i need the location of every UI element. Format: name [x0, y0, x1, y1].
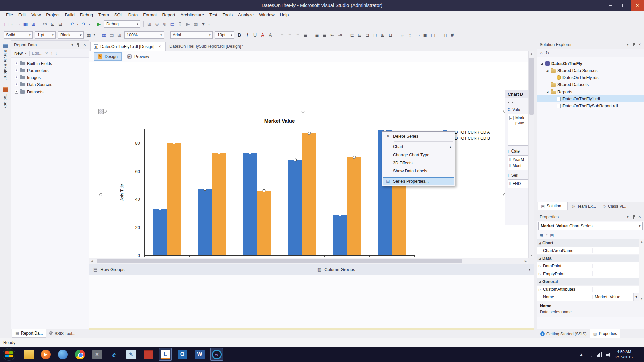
datapoint-handle[interactable] — [173, 141, 176, 144]
new-query-icon[interactable]: ⊞ — [146, 20, 153, 28]
taskbar-item-visual-studio[interactable]: ∞ — [210, 348, 223, 361]
align-tops-icon[interactable]: ⊓ — [371, 31, 379, 39]
server-explorer-tab[interactable]: Server Explorer — [0, 40, 11, 84]
title-bar[interactable]: DatesOnTheFly - Microsoft Visual Studio … — [0, 0, 644, 11]
panel-close-button[interactable]: ✕ — [637, 42, 643, 48]
grid-icon[interactable]: ▤ — [108, 31, 115, 39]
scroll-down-icon[interactable]: ▼ — [529, 253, 534, 258]
report-data-item-built-in-fields[interactable]: +Built-in Fields — [11, 60, 89, 67]
menu-item-help[interactable]: Help — [277, 11, 292, 19]
dock-tab-class-vi[interactable]: ◇Class Vi... — [599, 202, 629, 210]
menu-item-series-properties[interactable]: ▤Series Properties... — [383, 177, 454, 185]
new-dropdown-icon[interactable]: ▾ — [25, 52, 27, 55]
snap-icon[interactable]: ⊞ — [116, 31, 123, 39]
taskbar-item-internet-explorer[interactable]: e — [108, 348, 120, 361]
volume-icon[interactable] — [606, 352, 611, 357]
same-height-icon[interactable]: ↕ — [406, 31, 414, 39]
menu-item-format[interactable]: Format — [140, 11, 159, 19]
underline-icon[interactable]: U — [251, 31, 259, 39]
font-color-icon[interactable]: A — [259, 31, 266, 39]
property-category-general[interactable]: ◢General — [537, 278, 639, 286]
bar-fnd-tot-curr-cd-b-2[interactable] — [212, 153, 226, 255]
tree-item-shared-datasets[interactable]: Shared Datasets — [537, 81, 644, 88]
properties-object-combo[interactable]: Market_Value Chart Series ▼ — [538, 222, 643, 230]
selection-handle[interactable] — [99, 193, 102, 196]
italic-icon[interactable]: I — [244, 31, 251, 39]
taskbar-item-messenger[interactable] — [56, 348, 69, 361]
pin-button[interactable] — [631, 42, 637, 48]
expander-icon[interactable]: ▷ — [537, 273, 542, 276]
property-row-emptypoint[interactable]: ▷EmptyPoint — [537, 270, 639, 278]
minimize-button[interactable] — [604, 0, 617, 11]
combo-arrow-icon[interactable]: ▾ — [207, 33, 212, 37]
category-expander-icon[interactable]: ◢ — [537, 257, 542, 260]
panel-menu-button[interactable]: ▾ — [69, 42, 75, 48]
device-icon[interactable] — [588, 352, 592, 357]
property-grid-scrollbar[interactable]: ▲ ▼ — [639, 239, 644, 301]
dock-tab-report-da[interactable]: ▤Report Da... — [12, 329, 46, 338]
dropdown-arrow-icon[interactable]: ▾ — [88, 23, 91, 26]
expander-icon[interactable]: + — [15, 90, 18, 94]
same-size-icon[interactable]: ▭ — [414, 31, 421, 39]
increase-indent-icon[interactable]: ⇥ — [336, 31, 344, 39]
debug-target-combo[interactable]: Debug▾ — [104, 20, 140, 28]
font-size-combo[interactable]: 10pt▾ — [215, 31, 234, 39]
combo-arrow-icon[interactable]: ▾ — [27, 33, 32, 37]
panel-menu-button[interactable]: ▾ — [625, 42, 631, 48]
tree-item-datesonthefly-rds[interactable]: DatesOnTheFly.rds — [537, 74, 644, 81]
taskbar-item-word[interactable]: W — [193, 348, 206, 361]
move-up-button[interactable]: ↑ — [51, 51, 53, 56]
bar-fnd-tot-curr-cd-a-4[interactable] — [288, 160, 302, 255]
taskbar-item-admin-tools[interactable]: ✕ — [91, 348, 103, 361]
paste-icon[interactable]: ⊟ — [57, 20, 64, 28]
selection-handle[interactable] — [302, 110, 305, 113]
zoom-in-icon[interactable]: ⊕ — [161, 20, 168, 28]
taskbar-item-linqpad[interactable]: L — [159, 348, 172, 361]
pin-button[interactable] — [631, 214, 637, 220]
property-value[interactable]: Market_Value — [593, 295, 633, 299]
doc-tab-datesonthefly1[interactable]: DatesOnTheFly1.rdl [Design] ✕ — [90, 42, 166, 51]
property-row-datapoint[interactable]: ▷DataPoint — [537, 262, 639, 270]
save-all-icon[interactable]: ⊞ — [30, 20, 37, 28]
bar-fnd-tot-curr-cd-b-5[interactable] — [347, 157, 361, 255]
expander-icon[interactable]: ▷ — [537, 265, 542, 268]
merge-cells-icon[interactable]: ◫ — [441, 31, 448, 39]
menu-item-build[interactable]: Build — [62, 11, 77, 19]
expander-icon[interactable]: + — [15, 69, 18, 72]
strike-icon[interactable]: A — [267, 31, 274, 39]
alphabetical-icon[interactable]: ↕ — [546, 233, 548, 237]
menu-item-show-data-labels[interactable]: Show Data Labels — [383, 167, 454, 175]
justify-icon[interactable]: ≣ — [302, 31, 309, 39]
combo-arrow-icon[interactable]: ▾ — [135, 22, 140, 26]
grouping-options-icon[interactable]: ▾ — [529, 268, 530, 272]
datapoint-handle[interactable] — [293, 159, 297, 162]
datapoint-handle[interactable] — [159, 207, 162, 210]
zoom-out-icon[interactable]: ⊖ — [153, 20, 161, 28]
bar-fnd-tot-curr-cd-b-4[interactable] — [302, 133, 316, 255]
menu-item-view[interactable]: View — [29, 11, 43, 19]
doc-tab-datesontheflysubreport[interactable]: DatesOnTheFlySubReport.rdl [Design]* — [166, 42, 246, 51]
design-surface[interactable]: Market Value 020406080 Monthee AMonthee … — [89, 62, 528, 258]
align-left-icon[interactable]: ≡ — [278, 31, 286, 39]
taskbar-item-outlook[interactable]: O — [176, 348, 189, 361]
numbered-list-icon[interactable]: ≣ — [321, 31, 328, 39]
start-debug-icon[interactable]: ▶ — [95, 20, 103, 28]
toolbox-tab[interactable]: Toolbox — [0, 84, 11, 113]
menu-item-delete-series[interactable]: ✕Delete Series — [383, 132, 454, 140]
panel-close-button[interactable]: ✕ — [637, 214, 643, 220]
expander-icon[interactable]: + — [15, 83, 18, 86]
dropdown-arrow-icon[interactable]: ▾ — [207, 23, 211, 26]
bold-icon[interactable]: B — [236, 31, 243, 39]
expander-icon[interactable]: ◢ — [545, 90, 549, 93]
taskbar-item-chrome[interactable] — [73, 348, 86, 361]
tab-close-icon[interactable]: ✕ — [157, 45, 162, 48]
undo-icon[interactable]: ↶ — [68, 20, 76, 28]
datapoint-handle[interactable] — [204, 188, 207, 191]
move-down-button[interactable]: ↓ — [55, 51, 57, 56]
datapoint-handle[interactable] — [249, 152, 252, 155]
expander-icon[interactable]: ◢ — [545, 69, 549, 72]
align-lefts-icon[interactable]: ⊏ — [348, 31, 356, 39]
property-pages-icon[interactable]: ▤ — [550, 233, 554, 237]
borders-icon[interactable]: ▦ — [85, 31, 92, 39]
menu-item-change-chart-type[interactable]: Change Chart Type... — [383, 151, 454, 159]
